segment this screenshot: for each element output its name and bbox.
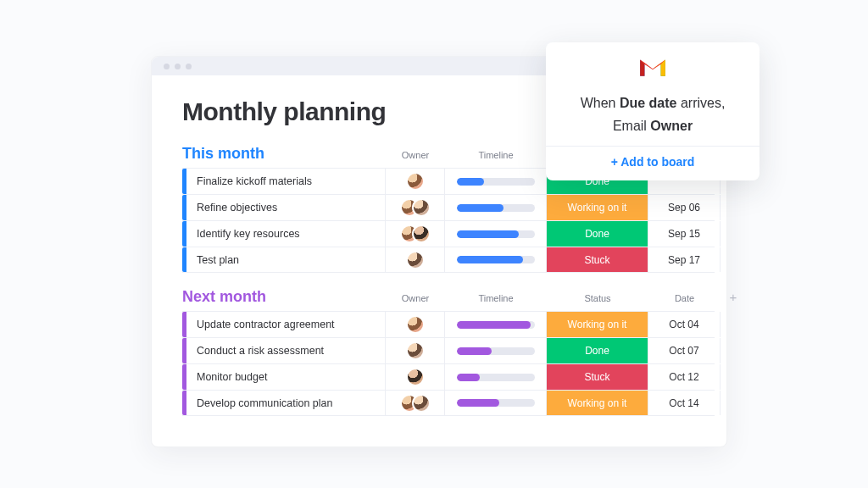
date-cell[interactable]: Oct 07	[648, 338, 721, 363]
timeline-cell[interactable]	[445, 169, 547, 194]
traffic-dot-icon	[186, 64, 192, 69]
task-name-cell[interactable]: Refine objectives	[186, 195, 386, 220]
traffic-dot-icon	[164, 64, 170, 69]
table-row[interactable]: Conduct a risk assessmentDoneOct 07	[182, 337, 715, 363]
status-cell[interactable]: Working on it	[547, 312, 648, 337]
add-to-board-button[interactable]: + Add to board	[556, 155, 749, 169]
section-title[interactable]: This month	[182, 145, 386, 163]
timeline-cell[interactable]	[445, 221, 547, 247]
automation-card: When Due date arrives, Email Owner + Add…	[546, 42, 760, 180]
table-row[interactable]: Refine objectivesWorking on itSep 06	[182, 194, 715, 220]
timeline-cell[interactable]	[445, 364, 547, 390]
owner-cell[interactable]	[386, 338, 445, 363]
gmail-icon	[638, 56, 667, 78]
task-name-cell[interactable]: Identify key resources	[186, 221, 386, 247]
timeline-cell[interactable]	[445, 195, 547, 220]
owner-cell[interactable]	[386, 391, 445, 415]
status-cell[interactable]: Stuck	[547, 247, 648, 272]
timeline-cell[interactable]	[445, 338, 547, 363]
avatar[interactable]	[406, 341, 425, 360]
add-column-button[interactable]: +	[721, 290, 746, 304]
task-name-cell[interactable]: Test plan	[186, 247, 386, 272]
task-name-cell[interactable]: Finalize kickoff materials	[186, 169, 386, 194]
column-header-status: Status	[547, 293, 648, 303]
owner-cell[interactable]	[386, 247, 445, 272]
automation-rule-text: When Due date arrives, Email Owner	[556, 92, 749, 137]
table-row[interactable]: Identify key resourcesDoneSep 15	[182, 220, 715, 247]
avatar[interactable]	[406, 368, 425, 386]
section-header: Next monthOwnerTimelineStatusDate+	[182, 288, 715, 306]
owner-cell[interactable]	[386, 169, 445, 194]
column-header-timeline: Timeline	[445, 150, 547, 160]
avatar[interactable]	[412, 198, 431, 217]
task-name-cell[interactable]: Develop communication plan	[186, 391, 386, 415]
avatar[interactable]	[412, 394, 431, 413]
task-name-cell[interactable]: Monitor budget	[186, 364, 386, 390]
column-header-date: Date	[648, 293, 721, 303]
status-cell[interactable]: Done	[547, 221, 648, 247]
timeline-cell[interactable]	[445, 391, 547, 415]
date-cell[interactable]: Sep 15	[648, 221, 721, 247]
traffic-dot-icon	[175, 64, 181, 69]
table-row[interactable]: Develop communication planWorking on itO…	[182, 390, 715, 416]
table-row[interactable]: Test planStuckSep 17	[182, 247, 715, 273]
status-cell[interactable]: Done	[547, 338, 648, 363]
owner-cell[interactable]	[386, 364, 445, 390]
column-header-timeline: Timeline	[445, 293, 547, 303]
avatar[interactable]	[406, 172, 425, 191]
date-cell[interactable]: Oct 04	[648, 312, 721, 337]
timeline-cell[interactable]	[445, 312, 547, 337]
table-row[interactable]: Monitor budgetStuckOct 12	[182, 363, 715, 390]
avatar[interactable]	[406, 251, 425, 269]
owner-cell[interactable]	[386, 221, 445, 247]
task-name-cell[interactable]: Conduct a risk assessment	[186, 338, 386, 363]
status-cell[interactable]: Stuck	[547, 364, 648, 390]
date-cell[interactable]: Sep 06	[648, 195, 721, 220]
column-header-owner: Owner	[386, 150, 445, 160]
task-name-cell[interactable]: Update contractor agreement	[186, 312, 386, 337]
date-cell[interactable]: Oct 14	[648, 391, 721, 415]
owner-cell[interactable]	[386, 195, 445, 220]
column-header-owner: Owner	[386, 293, 445, 303]
date-cell[interactable]: Sep 17	[648, 247, 721, 272]
owner-cell[interactable]	[386, 312, 445, 337]
section-title[interactable]: Next month	[182, 288, 386, 306]
status-cell[interactable]: Working on it	[547, 195, 648, 220]
section: Next monthOwnerTimelineStatusDate+Update…	[182, 288, 715, 416]
avatar[interactable]	[406, 315, 425, 334]
date-cell[interactable]: Oct 12	[648, 364, 721, 390]
divider	[546, 146, 760, 147]
status-cell[interactable]: Working on it	[547, 391, 648, 415]
timeline-cell[interactable]	[445, 247, 547, 272]
avatar[interactable]	[412, 225, 431, 243]
table-row[interactable]: Update contractor agreementWorking on it…	[182, 311, 715, 337]
